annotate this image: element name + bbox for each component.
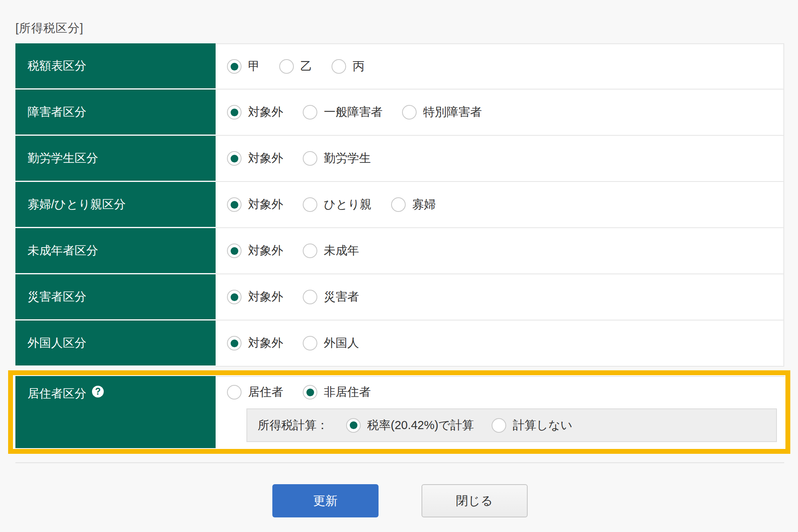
radio-option[interactable]: 対象外 (227, 289, 283, 305)
radio-label: 非居住者 (324, 384, 371, 400)
radio-option[interactable]: 税率(20.42%)で計算 (346, 417, 474, 434)
help-icon[interactable]: ? (92, 386, 104, 397)
row-header: 勤労学生区分 (15, 136, 216, 182)
table-row: 未成年者区分対象外未成年 (15, 228, 784, 274)
row-header-label: 未成年者区分 (28, 243, 98, 259)
income-tax-calc-box: 所得税計算：税率(20.42%)で計算計算しない (246, 408, 777, 442)
radio-label: 対象外 (248, 335, 283, 351)
radio-label: 税率(20.42%)で計算 (367, 417, 474, 434)
radio-unselected-icon[interactable] (303, 336, 317, 350)
table-row: 災害者区分対象外災害者 (15, 274, 784, 320)
row-header: 居住者区分? (15, 376, 216, 448)
row-header: 外国人区分 (15, 320, 216, 367)
row-header: 障害者区分 (15, 90, 216, 136)
radio-label: 未成年 (324, 243, 359, 259)
table-row: 勤労学生区分対象外勤労学生 (15, 136, 784, 182)
radio-option[interactable]: 計算しない (492, 417, 572, 434)
radio-selected-icon[interactable] (227, 59, 242, 74)
radio-label: 甲 (248, 58, 260, 75)
section-title: [所得税区分] (15, 20, 784, 36)
radio-selected-icon[interactable] (303, 385, 317, 400)
row-header-label: 災害者区分 (28, 289, 86, 305)
row-options: 対象外未成年 (216, 228, 784, 274)
row-header-label: 税額表区分 (28, 58, 86, 74)
radio-option[interactable]: 甲 (227, 58, 260, 75)
table-row: 寡婦/ひとり親区分対象外ひとり親寡婦 (15, 182, 784, 228)
update-button[interactable]: 更新 (272, 484, 379, 517)
radio-label: 災害者 (324, 289, 359, 305)
radio-unselected-icon[interactable] (303, 105, 317, 120)
radio-label: 対象外 (248, 150, 283, 167)
row-options: 対象外災害者 (216, 274, 784, 320)
radio-option[interactable]: 特別障害者 (402, 104, 482, 120)
divider (15, 462, 784, 463)
radio-label: 丙 (353, 58, 364, 75)
radio-label: 居住者 (248, 384, 283, 400)
radio-unselected-icon[interactable] (402, 105, 417, 120)
row-header-label: 勤労学生区分 (28, 150, 98, 167)
radio-group: 対象外未成年 (227, 243, 359, 259)
radio-unselected-icon[interactable] (492, 418, 506, 433)
row-header: 寡婦/ひとり親区分 (15, 182, 216, 228)
row-header-label: 外国人区分 (28, 335, 86, 351)
sub-group-label: 所得税計算： (258, 417, 328, 434)
radio-label: 対象外 (248, 197, 283, 213)
radio-option[interactable]: 対象外 (227, 150, 283, 167)
radio-option[interactable]: 乙 (279, 58, 312, 75)
row-header: 税額表区分 (15, 43, 216, 90)
radio-option[interactable]: 非居住者 (303, 384, 371, 400)
radio-unselected-icon[interactable] (391, 197, 406, 212)
radio-option[interactable]: 丙 (332, 58, 364, 75)
radio-group: 居住者非居住者 (227, 384, 785, 400)
radio-label: 特別障害者 (423, 104, 482, 120)
table-row: 居住者区分?居住者非居住者所得税計算：税率(20.42%)で計算計算しない (15, 376, 785, 448)
radio-option[interactable]: ひとり親 (303, 197, 372, 213)
radio-option[interactable]: 外国人 (303, 335, 359, 351)
highlight-border: 居住者区分?居住者非居住者所得税計算：税率(20.42%)で計算計算しない (8, 370, 790, 454)
row-options: 居住者非居住者所得税計算：税率(20.42%)で計算計算しない (216, 376, 785, 448)
row-options: 対象外勤労学生 (216, 136, 784, 182)
row-options: 対象外外国人 (216, 320, 784, 367)
radio-group: 甲乙丙 (227, 58, 364, 75)
radio-label: 勤労学生 (324, 150, 371, 167)
close-button[interactable]: 閉じる (421, 484, 528, 517)
radio-option[interactable]: 災害者 (303, 289, 359, 305)
radio-label: 外国人 (324, 335, 359, 351)
radio-option[interactable]: 一般障害者 (303, 104, 383, 120)
radio-unselected-icon[interactable] (227, 385, 242, 400)
row-options: 甲乙丙 (216, 43, 784, 90)
table-row: 外国人区分対象外外国人 (15, 320, 784, 367)
radio-unselected-icon[interactable] (303, 197, 317, 212)
radio-unselected-icon[interactable] (332, 59, 346, 74)
radio-option[interactable]: 勤労学生 (303, 150, 371, 167)
radio-unselected-icon[interactable] (279, 59, 294, 74)
radio-unselected-icon[interactable] (303, 244, 317, 258)
radio-option[interactable]: 対象外 (227, 104, 283, 120)
row-header: 災害者区分 (15, 274, 216, 320)
radio-selected-icon[interactable] (227, 244, 242, 258)
radio-group: 対象外ひとり親寡婦 (227, 197, 436, 213)
row-header-label: 寡婦/ひとり親区分 (28, 197, 126, 213)
radio-selected-icon[interactable] (227, 336, 242, 350)
radio-selected-icon[interactable] (227, 197, 242, 212)
radio-selected-icon[interactable] (227, 105, 242, 120)
radio-unselected-icon[interactable] (303, 290, 317, 304)
radio-label: 計算しない (513, 417, 572, 434)
radio-unselected-icon[interactable] (303, 151, 317, 166)
radio-selected-icon[interactable] (346, 418, 361, 433)
radio-group: 対象外一般障害者特別障害者 (227, 104, 482, 120)
radio-option[interactable]: 寡婦 (391, 197, 436, 213)
row-options: 対象外一般障害者特別障害者 (216, 90, 784, 136)
row-header: 未成年者区分 (15, 228, 216, 274)
radio-selected-icon[interactable] (227, 290, 242, 304)
radio-selected-icon[interactable] (227, 151, 242, 166)
radio-option[interactable]: 対象外 (227, 335, 283, 351)
radio-option[interactable]: 未成年 (303, 243, 359, 259)
radio-option[interactable]: 対象外 (227, 197, 283, 213)
radio-option[interactable]: 居住者 (227, 384, 283, 400)
radio-label: ひとり親 (324, 197, 372, 213)
row-header-label: 居住者区分 (28, 386, 86, 402)
radio-group: 対象外外国人 (227, 335, 359, 351)
radio-option[interactable]: 対象外 (227, 243, 283, 259)
radio-label: 一般障害者 (324, 104, 383, 120)
